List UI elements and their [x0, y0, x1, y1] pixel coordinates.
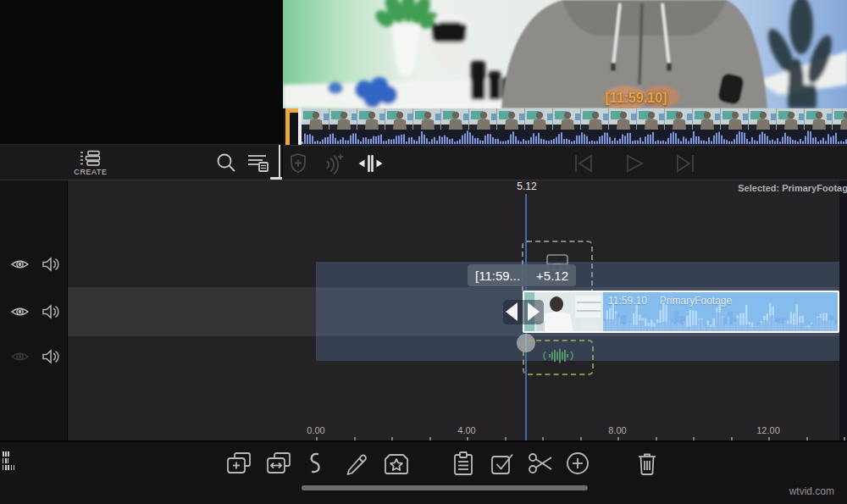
create-button[interactable]: CREATE: [66, 147, 115, 179]
audio-waveform-icon: [542, 346, 574, 365]
source-filmstrip[interactable]: [283, 108, 847, 145]
playhead-time-label: 5.12: [517, 180, 536, 192]
shield-add-button[interactable]: [287, 151, 313, 176]
star-box-icon: [382, 451, 409, 476]
ruler-label: 12.00: [756, 425, 780, 435]
preset-button[interactable]: [382, 450, 409, 477]
overwrite-clip-icon: [265, 451, 292, 476]
speaker-icon[interactable]: [42, 304, 59, 319]
search-button[interactable]: [215, 151, 239, 174]
video-editor-app: CREATE: [0, 0, 847, 504]
eye-icon[interactable]: [10, 258, 30, 271]
filmstrip-thumbnails: [302, 108, 847, 130]
scissors-icon: [527, 451, 554, 476]
play-button[interactable]: [623, 151, 649, 176]
selected-clip-status: Selected: PrimaryFootage: [738, 183, 847, 193]
link-clips-button[interactable]: [302, 450, 329, 477]
select-button[interactable]: [489, 450, 516, 477]
eye-icon[interactable]: [10, 305, 30, 318]
split-trim-icon: [357, 152, 383, 174]
speaker-icon[interactable]: [42, 349, 59, 364]
ruler-label: 0.00: [307, 425, 324, 435]
filmstrip-waveform: [302, 130, 847, 144]
trim-handle-right[interactable]: [528, 302, 540, 321]
attributes-button[interactable]: [451, 450, 478, 477]
search-icon: [215, 152, 239, 174]
video-preview[interactable]: [283, 0, 847, 108]
list-view-button[interactable]: [246, 151, 271, 174]
clipboard-icon: [451, 451, 478, 476]
skip-start-icon: [573, 153, 598, 174]
track-2-header: [0, 297, 67, 326]
split-trim-button[interactable]: [357, 151, 383, 176]
speaker-icon[interactable]: [42, 257, 59, 272]
ruler-label: 4.00: [457, 425, 475, 435]
clip-waveform: [603, 302, 839, 331]
drag-ghost-audio: [523, 340, 594, 375]
drag-tooltip: [11:59... +5.12: [468, 264, 576, 286]
plus-circle-icon: [565, 451, 592, 476]
track-header-column: [0, 180, 68, 441]
media-library-panel: CREATE: [0, 0, 282, 180]
timeline-panel: 5.12 Selected: PrimaryFootage [11:59... …: [0, 180, 847, 441]
pencil-icon: [342, 451, 369, 476]
timeline-scrollbar[interactable]: [302, 485, 588, 490]
track-1-header: [0, 250, 67, 279]
eye-icon[interactable]: [10, 350, 30, 363]
list-view-icon: [246, 152, 271, 174]
overwrite-clip-button[interactable]: [265, 450, 292, 477]
trim-handle-left[interactable]: [506, 302, 518, 321]
trash-icon: [634, 451, 662, 476]
tooltip-timecode: [11:59...: [475, 269, 520, 283]
preview-timecode-overlay: [11:59.10]: [568, 91, 704, 106]
timeline-end-region: [839, 180, 847, 441]
split-button[interactable]: [527, 450, 554, 477]
preview-toolbar: [283, 145, 847, 180]
sound-wave-add-icon: [320, 152, 346, 175]
create-label: CREATE: [74, 168, 107, 176]
panel-divider[interactable]: [279, 145, 280, 179]
create-stack-icon: [79, 150, 102, 167]
preview-panel: [11:59.10]: [282, 0, 847, 180]
link-icon: [302, 451, 329, 476]
ruler-label: 8.00: [608, 425, 626, 435]
tooltip-delta: +5.12: [536, 269, 568, 283]
insert-clip-icon: [225, 451, 252, 476]
insert-clip-button[interactable]: [225, 450, 252, 477]
shield-plus-icon: [287, 152, 313, 175]
play-icon: [623, 153, 649, 174]
checkbox-check-icon: [489, 451, 516, 476]
add-button[interactable]: [565, 450, 592, 477]
timeline-clip[interactable]: 11:59.10 PrimaryFootage: [523, 291, 839, 333]
watermark: wtvid.com: [789, 485, 834, 497]
audio-wave-add-button[interactable]: [320, 151, 346, 176]
skip-start-button[interactable]: [573, 151, 598, 176]
skip-end-button[interactable]: [674, 151, 700, 176]
track-3-header: [0, 342, 67, 371]
edit-clip-button[interactable]: [342, 450, 369, 477]
library-toolbar: CREATE: [0, 144, 282, 180]
skip-end-icon: [674, 153, 700, 174]
delete-button[interactable]: [634, 450, 662, 477]
bottom-toolbar: wtvid.com: [0, 440, 847, 504]
track-heights-button[interactable]: [2, 451, 19, 474]
